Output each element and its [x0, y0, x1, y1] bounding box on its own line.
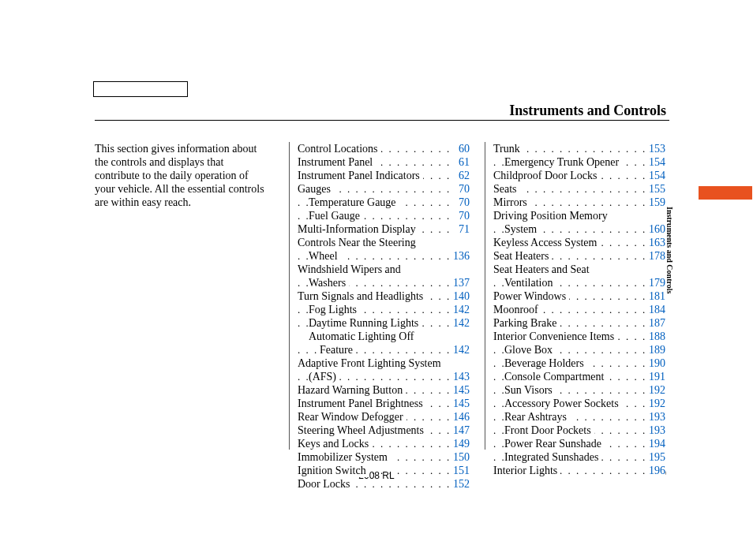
toc-entry: Steering Wheel Adjustments . . . . . . .…: [298, 424, 470, 437]
toc-entry-label: Emergency Trunk Opener: [504, 155, 622, 169]
toc-page-link[interactable]: 181: [646, 289, 665, 303]
toc-page-link[interactable]: 178: [646, 249, 665, 263]
toc-entry: Washers . . . . . . . . . . . . . . . . …: [298, 276, 470, 289]
toc-page-link[interactable]: 136: [450, 249, 470, 263]
toc-entry: Sun Visors . . . . . . . . . . . . . . .…: [493, 383, 665, 397]
toc-page-link[interactable]: 150: [450, 450, 470, 464]
toc-page-link[interactable]: 61: [455, 155, 470, 169]
toc-entry: Multi-Information Display . . . . . . . …: [298, 222, 470, 236]
toc-entry-label: Rear Window Defogger: [298, 410, 406, 424]
toc-entry-label: Hazard Warning Button: [298, 383, 406, 397]
toc-entry: Turn Signals and Headlights . . . . . . …: [298, 289, 470, 303]
toc-page-link[interactable]: 154: [646, 169, 665, 182]
toc-page-link[interactable]: 189: [646, 343, 665, 357]
toc-entry: (AFS) . . . . . . . . . . . . . . . . . …: [298, 370, 470, 383]
toc-page-link[interactable]: 152: [450, 477, 470, 491]
toc-entry: Front Door Pockets . . . . . . . . . . .…: [493, 424, 665, 437]
toc-page-link[interactable]: 188: [646, 330, 665, 343]
page-title: Instruments and Controls: [509, 103, 666, 119]
toc-entry-label: Sun Visors: [504, 383, 556, 397]
toc-page-link[interactable]: 142: [450, 316, 470, 330]
toc-entry: Controls Near the Steering . . . . . . .…: [298, 236, 470, 249]
toc-entry: Glove Box . . . . . . . . . . . . . . . …: [493, 343, 665, 357]
toc-entry: Seat Heaters and Seat . . . . . . . . . …: [493, 263, 665, 276]
toc-page-link[interactable]: 146: [450, 410, 470, 424]
toc-page-link[interactable]: 192: [646, 397, 665, 410]
toc-page-link[interactable]: 151: [450, 464, 470, 477]
toc-page-link[interactable]: 184: [646, 303, 665, 316]
toc-page-link[interactable]: 159: [646, 196, 665, 209]
toc-entry: System . . . . . . . . . . . . . . . . .…: [493, 222, 665, 236]
toc-page-link[interactable]: 153: [646, 142, 665, 155]
toc-entry: Ignition Switch . . . . . . . . . . . . …: [298, 464, 470, 477]
toc-page-link[interactable]: 62: [455, 169, 470, 182]
toc-entry: Adaptive Front Lighting System . . . . .…: [298, 357, 470, 370]
toc-entry-label: Seats: [493, 182, 520, 196]
toc-entry: Immobilizer System . . . . . . . . . . .…: [298, 450, 470, 464]
toc-page-link[interactable]: 154: [646, 155, 665, 169]
toc-page-link[interactable]: 196: [646, 464, 665, 477]
toc-entry-label: Parking Brake: [493, 316, 560, 330]
toc-page-link[interactable]: 142: [450, 343, 470, 357]
toc-page-link[interactable]: 145: [450, 383, 470, 397]
toc-page-link[interactable]: 193: [646, 410, 665, 424]
toc-page-link[interactable]: 163: [646, 236, 665, 249]
toc-page-link[interactable]: 60: [455, 142, 470, 155]
toc-page-link[interactable]: 70: [455, 209, 470, 222]
toc-entry: Driving Position Memory . . . . . . . . …: [493, 209, 665, 222]
toc-page-link[interactable]: 191: [646, 370, 665, 383]
toc-entry: Gauges . . . . . . . . . . . . . . . . .…: [298, 182, 470, 196]
toc-entry: Accessory Power Sockets . . . . . . . . …: [493, 397, 665, 410]
toc-entry: Interior Convenience Items . . . . . . .…: [493, 330, 665, 343]
toc-entry-label: Fog Lights: [309, 303, 360, 316]
toc-page-link[interactable]: 147: [450, 424, 470, 437]
toc-page-link[interactable]: 190: [646, 357, 665, 370]
toc-page-link[interactable]: 195: [646, 450, 665, 464]
toc-entry-label: Seat Heaters: [493, 249, 552, 263]
toc-entry: Ventilation . . . . . . . . . . . . . . …: [493, 276, 665, 289]
toc-entry-label: Interior Convenience Items: [493, 330, 617, 343]
toc-page-link[interactable]: 140: [450, 289, 470, 303]
header-box: [93, 81, 188, 97]
toc-page-link[interactable]: 143: [450, 370, 470, 383]
toc-entry-label: System: [504, 222, 540, 236]
toc-entry-label: Ignition Switch: [298, 464, 369, 477]
toc-entry: Rear Window Defogger . . . . . . . . . .…: [298, 410, 470, 424]
toc-entry: Feature . . . . . . . . . . . . . . . . …: [298, 343, 470, 357]
toc-page-link[interactable]: 192: [646, 383, 665, 397]
toc-entry-label: Controls Near the Steering: [298, 236, 419, 249]
intro-paragraph: This section gives information about the…: [95, 142, 268, 209]
toc-entry-label: Ventilation: [504, 276, 556, 289]
toc-page-link[interactable]: 142: [450, 303, 470, 316]
toc-entry-label: Front Door Pockets: [504, 424, 594, 437]
toc-page-link[interactable]: 70: [455, 196, 470, 209]
toc-entry-label: Steering Wheel Adjustments: [298, 424, 427, 437]
toc-entry: Hazard Warning Button . . . . . . . . . …: [298, 383, 470, 397]
toc-entry-label: Windshield Wipers and: [298, 263, 404, 276]
toc-page-link[interactable]: 155: [646, 182, 665, 196]
toc-entry: Interior Lights . . . . . . . . . . . . …: [493, 464, 665, 477]
toc-entry-label: Multi-Information Display: [298, 222, 419, 236]
toc-page-link[interactable]: 179: [646, 276, 665, 289]
toc-entry: Instrument Panel . . . . . . . . . . . .…: [298, 155, 470, 169]
toc-entry: Windshield Wipers and . . . . . . . . . …: [298, 263, 470, 276]
toc-entry: Mirrors . . . . . . . . . . . . . . . . …: [493, 196, 665, 209]
toc-entry: Power Rear Sunshade . . . . . . . . . . …: [493, 437, 665, 450]
toc-page-link[interactable]: 71: [455, 222, 470, 236]
toc-page-link[interactable]: 70: [455, 182, 470, 196]
toc-page-link[interactable]: 193: [646, 424, 665, 437]
toc-entry: Console Compartment . . . . . . . . . . …: [493, 370, 665, 383]
toc-entry: Childproof Door Locks . . . . . . . . . …: [493, 169, 665, 182]
toc-entry-label: Gauges: [298, 182, 334, 196]
toc-page-link[interactable]: 145: [450, 397, 470, 410]
toc-page-link[interactable]: 194: [646, 437, 665, 450]
toc-entry: Control Locations . . . . . . . . . . . …: [298, 142, 470, 155]
toc-page-link[interactable]: 149: [450, 437, 470, 450]
toc-entry: Rear Ashtrays . . . . . . . . . . . . . …: [493, 410, 665, 424]
toc-entry-label: Childproof Door Locks: [493, 169, 600, 182]
toc-entry-label: Integrated Sunshades: [504, 450, 601, 464]
toc-page-link[interactable]: 137: [450, 276, 470, 289]
toc-page-link[interactable]: 187: [646, 316, 665, 330]
toc-entry-label: Fuel Gauge: [309, 209, 363, 222]
toc-page-link[interactable]: 160: [646, 222, 665, 236]
